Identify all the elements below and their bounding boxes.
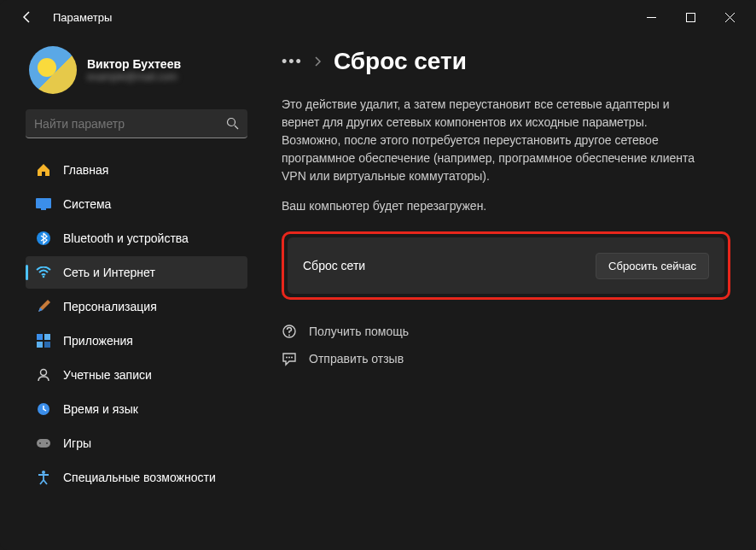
svg-point-6: [43, 276, 45, 278]
help-link-label: Получить помощь: [309, 325, 409, 338]
page-title: Сброс сети: [334, 48, 467, 75]
svg-point-16: [42, 471, 45, 474]
sidebar-item-label: Время и язык: [63, 402, 138, 416]
sidebar-item-label: Сеть и Интернет: [63, 266, 155, 279]
arrow-left-icon: [20, 10, 34, 24]
sidebar-item-label: Специальные возможности: [63, 471, 216, 484]
svg-point-15: [46, 442, 48, 444]
breadcrumb: ••• Сброс сети: [282, 48, 730, 75]
sidebar-item-bluetooth[interactable]: Bluetooth и устройства: [26, 222, 247, 255]
profile-email: example@mail.com: [87, 71, 181, 83]
reset-card-highlight: Сброс сети Сбросить сейчас: [282, 231, 730, 300]
nav-list: Главная Система Bluetooth и устройства С…: [26, 154, 247, 494]
search-icon: [226, 117, 239, 130]
gamepad-icon: [36, 436, 51, 451]
sidebar-item-apps[interactable]: Приложения: [26, 325, 247, 357]
get-help-link[interactable]: Получить помощь: [282, 324, 730, 339]
apps-icon: [36, 333, 51, 348]
search-box[interactable]: [26, 109, 247, 138]
svg-rect-1: [686, 13, 695, 21]
clock-icon: [36, 401, 51, 417]
breadcrumb-more[interactable]: •••: [282, 53, 303, 71]
home-icon: [36, 162, 51, 178]
chevron-right-icon: [315, 56, 322, 67]
sidebar-item-label: Персонализация: [63, 300, 157, 313]
maximize-icon: [686, 13, 695, 22]
sidebar-item-label: Главная: [63, 163, 108, 177]
svg-point-19: [286, 357, 288, 359]
close-button[interactable]: [710, 3, 749, 31]
window-title: Параметры: [53, 11, 112, 24]
close-icon: [725, 13, 735, 22]
svg-rect-9: [37, 342, 43, 348]
sidebar-item-network[interactable]: Сеть и Интернет: [26, 256, 247, 289]
reset-now-button[interactable]: Сбросить сейчас: [596, 253, 709, 279]
help-icon: [282, 324, 297, 339]
feedback-link[interactable]: Отправить отзыв: [282, 351, 730, 366]
bluetooth-icon: [36, 231, 51, 246]
svg-point-11: [41, 370, 47, 376]
sidebar-item-gaming[interactable]: Игры: [26, 427, 247, 459]
profile-name: Виктор Бухтеев: [87, 57, 181, 71]
feedback-icon: [282, 351, 297, 366]
system-icon: [36, 196, 51, 212]
restart-note: Ваш компьютер будет перезагружен.: [282, 199, 730, 213]
feedback-link-label: Отправить отзыв: [309, 352, 404, 366]
reset-card: Сброс сети Сбросить сейчас: [288, 237, 724, 294]
brush-icon: [36, 299, 51, 314]
accessibility-icon: [36, 470, 51, 485]
sidebar-item-label: Учетные записи: [63, 368, 152, 382]
svg-rect-4: [41, 208, 46, 210]
wifi-icon: [36, 265, 51, 280]
svg-rect-0: [647, 17, 656, 18]
svg-rect-3: [36, 198, 51, 208]
sidebar-item-accounts[interactable]: Учетные записи: [26, 359, 247, 391]
back-button[interactable]: [14, 3, 41, 31]
maximize-button[interactable]: [671, 3, 710, 31]
svg-point-2: [228, 119, 236, 126]
svg-rect-7: [37, 334, 43, 340]
svg-rect-13: [37, 439, 50, 448]
avatar: [29, 46, 77, 94]
svg-rect-8: [44, 334, 50, 340]
svg-rect-10: [44, 342, 50, 348]
svg-point-21: [291, 357, 293, 359]
sidebar-item-label: Игры: [63, 436, 91, 450]
minimize-icon: [647, 17, 656, 18]
sidebar-item-system[interactable]: Система: [26, 188, 247, 220]
description-text: Это действие удалит, а затем переустанов…: [282, 96, 708, 185]
titlebar: Параметры: [0, 0, 756, 34]
search-input[interactable]: [34, 117, 226, 131]
svg-point-20: [288, 357, 290, 359]
sidebar-item-label: Bluetooth и устройства: [63, 231, 189, 245]
sidebar-item-label: Система: [63, 197, 111, 211]
reset-label: Сброс сети: [303, 259, 365, 272]
sidebar-item-time[interactable]: Время и язык: [26, 393, 247, 425]
sidebar-item-home[interactable]: Главная: [26, 154, 247, 186]
person-icon: [36, 367, 51, 383]
main-content: ••• Сброс сети Это действие удалит, а за…: [256, 34, 756, 550]
sidebar-item-accessibility[interactable]: Специальные возможности: [26, 461, 247, 494]
sidebar: Виктор Бухтеев example@mail.com Главная …: [0, 34, 256, 550]
svg-point-18: [288, 335, 290, 336]
svg-point-14: [39, 442, 41, 444]
sidebar-item-personalization[interactable]: Персонализация: [26, 290, 247, 323]
sidebar-item-label: Приложения: [63, 334, 133, 348]
profile-section[interactable]: Виктор Бухтеев example@mail.com: [26, 46, 247, 94]
minimize-button[interactable]: [631, 3, 671, 31]
